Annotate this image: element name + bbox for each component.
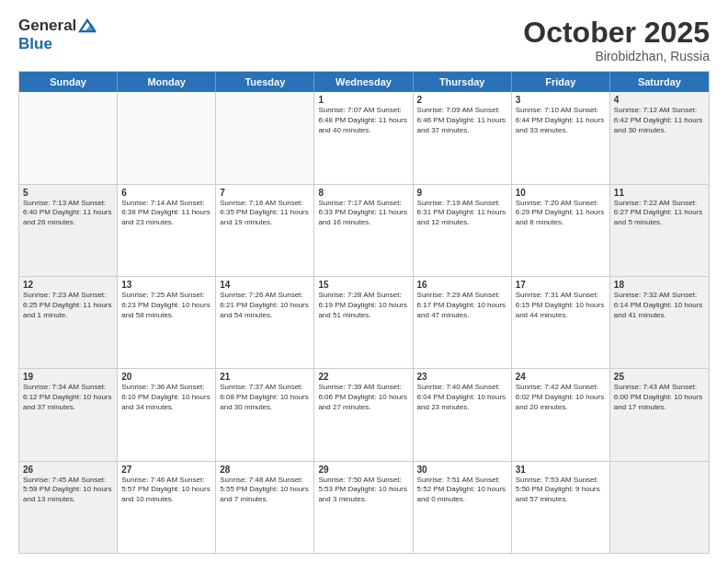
day-info: Sunrise: 7:53 AM Sunset: 5:50 PM Dayligh…: [516, 476, 606, 505]
page: General Blue October 2025 Birobidzhan, R…: [0, 0, 728, 563]
calendar-cell: 31Sunrise: 7:53 AM Sunset: 5:50 PM Dayli…: [512, 462, 610, 553]
day-info: Sunrise: 7:40 AM Sunset: 6:04 PM Dayligh…: [417, 383, 507, 412]
day-number: 7: [220, 188, 310, 198]
day-number: 14: [220, 280, 310, 290]
calendar-week-row: 19Sunrise: 7:34 AM Sunset: 6:12 PM Dayli…: [19, 369, 709, 461]
calendar-cell: 21Sunrise: 7:37 AM Sunset: 6:08 PM Dayli…: [216, 369, 314, 460]
day-info: Sunrise: 7:13 AM Sunset: 6:40 PM Dayligh…: [23, 199, 113, 228]
calendar-week-row: 26Sunrise: 7:45 AM Sunset: 5:59 PM Dayli…: [19, 462, 709, 553]
calendar-cell: 17Sunrise: 7:31 AM Sunset: 6:15 PM Dayli…: [512, 277, 610, 368]
calendar-cell: 9Sunrise: 7:19 AM Sunset: 6:31 PM Daylig…: [414, 185, 512, 276]
calendar-cell: 25Sunrise: 7:43 AM Sunset: 6:00 PM Dayli…: [610, 369, 709, 460]
day-info: Sunrise: 7:39 AM Sunset: 6:06 PM Dayligh…: [318, 383, 408, 412]
calendar-cell: 28Sunrise: 7:48 AM Sunset: 5:55 PM Dayli…: [216, 462, 314, 553]
day-number: 17: [516, 280, 606, 290]
day-info: Sunrise: 7:32 AM Sunset: 6:14 PM Dayligh…: [614, 291, 705, 320]
day-info: Sunrise: 7:34 AM Sunset: 6:12 PM Dayligh…: [23, 383, 113, 412]
calendar-cell: 11Sunrise: 7:22 AM Sunset: 6:27 PM Dayli…: [610, 185, 709, 276]
day-info: Sunrise: 7:28 AM Sunset: 6:19 PM Dayligh…: [318, 291, 408, 320]
day-info: Sunrise: 7:20 AM Sunset: 6:29 PM Dayligh…: [516, 199, 606, 228]
calendar-week-row: 12Sunrise: 7:23 AM Sunset: 6:25 PM Dayli…: [19, 277, 709, 369]
calendar-week-row: 1Sunrise: 7:07 AM Sunset: 6:48 PM Daylig…: [19, 92, 709, 184]
day-number: 30: [417, 465, 507, 475]
location: Birobidzhan, Russia: [523, 49, 710, 63]
day-number: 31: [516, 465, 606, 475]
day-info: Sunrise: 7:09 AM Sunset: 6:46 PM Dayligh…: [417, 106, 507, 135]
calendar-header-day: Wednesday: [314, 72, 413, 92]
calendar-cell: [610, 462, 709, 553]
day-info: Sunrise: 7:07 AM Sunset: 6:48 PM Dayligh…: [318, 106, 408, 135]
day-info: Sunrise: 7:19 AM Sunset: 6:31 PM Dayligh…: [417, 199, 507, 228]
day-number: 19: [23, 372, 113, 382]
calendar-cell: 10Sunrise: 7:20 AM Sunset: 6:29 PM Dayli…: [512, 185, 610, 276]
day-info: Sunrise: 7:48 AM Sunset: 5:55 PM Dayligh…: [220, 476, 310, 505]
day-info: Sunrise: 7:51 AM Sunset: 5:52 PM Dayligh…: [417, 476, 507, 505]
day-info: Sunrise: 7:17 AM Sunset: 6:33 PM Dayligh…: [318, 199, 408, 228]
day-number: 23: [417, 372, 507, 382]
calendar-cell: 8Sunrise: 7:17 AM Sunset: 6:33 PM Daylig…: [314, 185, 413, 276]
day-number: 28: [220, 465, 310, 475]
day-info: Sunrise: 7:36 AM Sunset: 6:10 PM Dayligh…: [121, 383, 211, 412]
day-number: 29: [318, 465, 408, 475]
calendar-cell: 16Sunrise: 7:29 AM Sunset: 6:17 PM Dayli…: [414, 277, 512, 368]
calendar-header-day: Thursday: [414, 72, 512, 92]
calendar-cell: [118, 92, 216, 183]
day-number: 5: [23, 188, 113, 198]
day-info: Sunrise: 7:46 AM Sunset: 5:57 PM Dayligh…: [121, 476, 211, 505]
day-info: Sunrise: 7:22 AM Sunset: 6:27 PM Dayligh…: [614, 199, 705, 228]
calendar-cell: 22Sunrise: 7:39 AM Sunset: 6:06 PM Dayli…: [314, 369, 413, 460]
calendar-cell: 14Sunrise: 7:26 AM Sunset: 6:21 PM Dayli…: [216, 277, 314, 368]
calendar-cell: 18Sunrise: 7:32 AM Sunset: 6:14 PM Dayli…: [610, 277, 709, 368]
day-number: 22: [318, 372, 408, 382]
calendar-cell: [19, 92, 118, 183]
day-number: 1: [318, 95, 408, 105]
calendar-header-day: Tuesday: [216, 72, 314, 92]
day-info: Sunrise: 7:42 AM Sunset: 6:02 PM Dayligh…: [516, 383, 606, 412]
calendar-cell: 4Sunrise: 7:12 AM Sunset: 6:42 PM Daylig…: [610, 92, 709, 183]
calendar-cell: 7Sunrise: 7:16 AM Sunset: 6:35 PM Daylig…: [216, 185, 314, 276]
calendar-cell: 27Sunrise: 7:46 AM Sunset: 5:57 PM Dayli…: [118, 462, 216, 553]
day-number: 13: [121, 280, 211, 290]
day-info: Sunrise: 7:29 AM Sunset: 6:17 PM Dayligh…: [417, 291, 507, 320]
calendar-header-day: Sunday: [19, 72, 118, 92]
day-number: 15: [318, 280, 408, 290]
day-number: 4: [614, 95, 705, 105]
calendar-cell: 26Sunrise: 7:45 AM Sunset: 5:59 PM Dayli…: [19, 462, 118, 553]
calendar-header-day: Friday: [512, 72, 610, 92]
day-info: Sunrise: 7:37 AM Sunset: 6:08 PM Dayligh…: [220, 383, 310, 412]
calendar-week-row: 5Sunrise: 7:13 AM Sunset: 6:40 PM Daylig…: [19, 185, 709, 277]
day-number: 12: [23, 280, 113, 290]
day-info: Sunrise: 7:25 AM Sunset: 6:23 PM Dayligh…: [121, 291, 211, 320]
calendar-header-day: Monday: [118, 72, 216, 92]
day-number: 10: [516, 188, 606, 198]
logo-general: General: [18, 17, 76, 35]
calendar-cell: 30Sunrise: 7:51 AM Sunset: 5:52 PM Dayli…: [414, 462, 512, 553]
calendar-cell: 15Sunrise: 7:28 AM Sunset: 6:19 PM Dayli…: [314, 277, 413, 368]
month-title: October 2025: [523, 17, 710, 49]
day-info: Sunrise: 7:31 AM Sunset: 6:15 PM Dayligh…: [516, 291, 606, 320]
day-info: Sunrise: 7:50 AM Sunset: 5:53 PM Dayligh…: [318, 476, 408, 505]
calendar-cell: 1Sunrise: 7:07 AM Sunset: 6:48 PM Daylig…: [314, 92, 413, 183]
day-info: Sunrise: 7:12 AM Sunset: 6:42 PM Dayligh…: [614, 106, 705, 135]
day-info: Sunrise: 7:10 AM Sunset: 6:44 PM Dayligh…: [516, 106, 606, 135]
day-number: 21: [220, 372, 310, 382]
calendar-cell: [216, 92, 314, 183]
calendar-cell: 6Sunrise: 7:14 AM Sunset: 6:38 PM Daylig…: [118, 185, 216, 276]
day-number: 27: [121, 465, 211, 475]
calendar-cell: 20Sunrise: 7:36 AM Sunset: 6:10 PM Dayli…: [118, 369, 216, 460]
day-number: 3: [516, 95, 606, 105]
calendar-cell: 23Sunrise: 7:40 AM Sunset: 6:04 PM Dayli…: [414, 369, 512, 460]
calendar: SundayMondayTuesdayWednesdayThursdayFrid…: [18, 71, 710, 554]
day-number: 20: [121, 372, 211, 382]
day-info: Sunrise: 7:14 AM Sunset: 6:38 PM Dayligh…: [121, 199, 211, 228]
calendar-cell: 2Sunrise: 7:09 AM Sunset: 6:46 PM Daylig…: [414, 92, 512, 183]
title-section: October 2025 Birobidzhan, Russia: [523, 17, 710, 63]
calendar-body: 1Sunrise: 7:07 AM Sunset: 6:48 PM Daylig…: [19, 92, 709, 553]
calendar-cell: 19Sunrise: 7:34 AM Sunset: 6:12 PM Dayli…: [19, 369, 118, 460]
day-info: Sunrise: 7:43 AM Sunset: 6:00 PM Dayligh…: [614, 383, 705, 412]
calendar-cell: 24Sunrise: 7:42 AM Sunset: 6:02 PM Dayli…: [512, 369, 610, 460]
logo-icon: [78, 18, 97, 33]
day-number: 2: [417, 95, 507, 105]
calendar-cell: 3Sunrise: 7:10 AM Sunset: 6:44 PM Daylig…: [512, 92, 610, 183]
day-info: Sunrise: 7:45 AM Sunset: 5:59 PM Dayligh…: [23, 476, 113, 505]
